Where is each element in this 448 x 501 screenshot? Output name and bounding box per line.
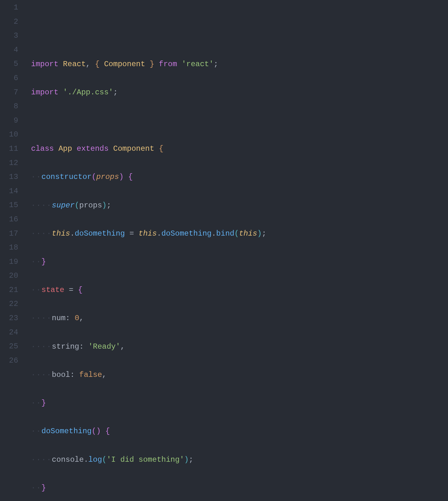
code-line: import React, { Component } from 'react'…	[31, 57, 448, 72]
code-line: ··state = {	[31, 283, 448, 297]
line-number: 8	[0, 99, 18, 114]
property-num: num	[52, 314, 66, 322]
code-line: ··constructor(props) {	[31, 170, 448, 184]
code-line: ····this.doSomething = this.doSomething.…	[31, 227, 448, 241]
line-number: 1	[0, 1, 18, 15]
equals: =	[129, 229, 134, 238]
line-number: 17	[0, 227, 18, 241]
comma: ,	[79, 314, 84, 322]
paren-close: )	[96, 427, 101, 435]
paren-open: (	[92, 427, 96, 435]
code-line: ····console.log('I did something');	[31, 453, 448, 467]
keyword-super: super	[52, 201, 75, 210]
brace-open: {	[159, 144, 163, 153]
paren-close: )	[257, 229, 262, 238]
brace-open: {	[105, 427, 110, 435]
line-number: 23	[0, 311, 18, 326]
semicolon: ;	[106, 201, 111, 210]
keyword-this: this	[239, 229, 257, 238]
line-number: 20	[0, 269, 18, 283]
keyword-this: this	[52, 229, 70, 238]
line-number: 16	[0, 212, 18, 227]
brace-open: {	[95, 60, 99, 68]
semicolon: ;	[189, 455, 193, 464]
code-line: ··}	[31, 481, 448, 495]
colon: :	[70, 371, 74, 379]
indent: ····	[31, 201, 52, 210]
brace-close: }	[150, 60, 154, 68]
line-number: 22	[0, 297, 18, 311]
paren-open: (	[75, 201, 79, 210]
number-zero: 0	[75, 314, 79, 322]
code-line: ··doSomething() {	[31, 424, 448, 439]
indent: ··	[31, 286, 42, 294]
identifier-dosomething: doSomething	[161, 229, 211, 238]
code-line: import './App.css';	[31, 86, 448, 100]
indent: ····	[31, 371, 52, 379]
brace-close: }	[42, 399, 46, 407]
method-dosomething: doSomething	[42, 427, 92, 435]
string-appcss: './App.css'	[63, 88, 113, 97]
string-ididsomething: 'I did something'	[106, 455, 184, 464]
line-number: 6	[0, 71, 18, 86]
code-line: ····string: 'Ready',	[31, 340, 448, 354]
line-number: 18	[0, 241, 18, 255]
line-number: 9	[0, 114, 18, 128]
code-area[interactable]: import React, { Component } from 'react'…	[25, 1, 448, 501]
line-number: 7	[0, 86, 18, 100]
property-string: string	[52, 342, 79, 351]
line-number: 11	[0, 142, 18, 156]
method-bind: bind	[216, 229, 234, 238]
line-number: 25	[0, 339, 18, 354]
indent: ··	[31, 173, 42, 181]
identifier-component: Component	[104, 60, 145, 68]
line-number: 5	[0, 57, 18, 71]
identifier-react: React	[63, 60, 86, 68]
colon: :	[66, 314, 70, 322]
boolean-false: false	[79, 371, 102, 379]
code-line	[31, 114, 448, 128]
line-number-gutter: 1234567891011121314151617181920212223242…	[0, 1, 25, 501]
brace-open: {	[128, 173, 132, 181]
paren-open: (	[234, 229, 239, 238]
method-log: log	[88, 455, 102, 464]
indent: ····	[31, 455, 52, 464]
code-editor[interactable]: 1234567891011121314151617181920212223242…	[0, 0, 448, 501]
comma: ,	[86, 60, 90, 68]
line-number: 14	[0, 184, 18, 199]
identifier-props: props	[79, 201, 102, 210]
line-number: 13	[0, 170, 18, 184]
paren-close: )	[119, 173, 124, 181]
keyword-this: this	[138, 229, 157, 238]
indent: ····	[31, 342, 52, 351]
line-number: 26	[0, 354, 18, 368]
param-props: props	[96, 173, 119, 181]
dot: .	[84, 455, 88, 464]
class-app: App	[58, 144, 72, 153]
semicolon: ;	[262, 229, 266, 238]
brace-close: }	[42, 484, 46, 492]
identifier-console: console	[52, 455, 84, 464]
dot: .	[212, 229, 216, 238]
keyword-class: class	[31, 144, 54, 153]
line-number: 15	[0, 198, 18, 212]
dot: .	[70, 229, 74, 238]
dot: .	[157, 229, 161, 238]
indent: ··	[31, 484, 42, 492]
comma: ,	[120, 342, 125, 351]
string-ready: 'Ready'	[88, 342, 120, 351]
paren-open: (	[102, 455, 106, 464]
semicolon: ;	[214, 60, 218, 68]
comma: ,	[102, 371, 106, 379]
colon: :	[79, 342, 84, 351]
code-line: ····super(props);	[31, 199, 448, 213]
line-number: 19	[0, 255, 18, 269]
method-constructor: constructor	[42, 173, 92, 181]
keyword-import: import	[31, 60, 58, 68]
indent: ··	[31, 257, 42, 266]
indent: ··	[31, 399, 42, 407]
brace-close: }	[42, 257, 46, 266]
keyword-from: from	[159, 60, 177, 68]
paren-open: (	[92, 173, 96, 181]
line-number: 12	[0, 156, 18, 170]
